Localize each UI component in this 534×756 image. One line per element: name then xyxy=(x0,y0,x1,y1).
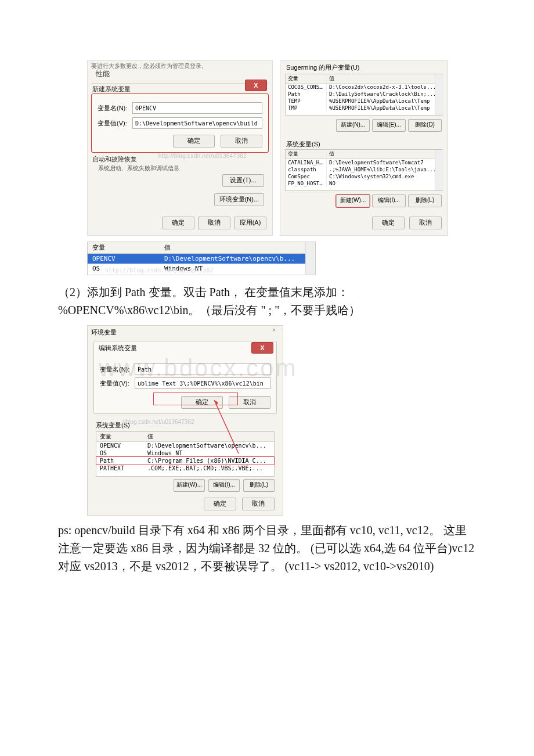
variable-name-label: 变量名(N): xyxy=(100,365,135,374)
cancel-button[interactable]: 取消 xyxy=(409,217,442,229)
column-value: 值 xyxy=(327,74,442,83)
list-item[interactable]: OPENCVD:\DevelopmentSoftware\opencv\b... xyxy=(96,442,274,449)
variable-name-input[interactable] xyxy=(132,102,262,114)
system-variables-title: 系统变量(S) xyxy=(96,421,130,430)
variable-name-label: 变量名(N): xyxy=(98,104,132,113)
list-item[interactable]: TEMP%USERPROFILE%\AppData\Local\Temp xyxy=(286,98,442,105)
close-icon[interactable]: X xyxy=(252,343,273,353)
system-variables-strip: 变量 值 OPENCVD:\DevelopmentSoftware\opencv… xyxy=(87,242,316,275)
edit-button[interactable]: 编辑(E)... xyxy=(372,119,406,132)
system-variables-list[interactable]: 变量 值 CATALINA_HOMED:\DevelopmentSoftware… xyxy=(285,149,443,191)
variable-value-input[interactable] xyxy=(135,377,270,389)
watermark-text: http://blog.csdn.net/u013647382 xyxy=(158,153,247,159)
variable-value-label: 变量值(V): xyxy=(100,379,135,388)
column-variable: 变量 xyxy=(286,150,327,159)
column-variable: 变量 xyxy=(88,242,160,253)
scrollbar[interactable] xyxy=(305,242,315,275)
scrollbar[interactable] xyxy=(435,150,443,190)
column-value: 值 xyxy=(327,150,442,159)
screenshot-edit-path: 环境变量 × 编辑系统变量 X 变量名(N): 变量值(V): 确定 取消 系统… xyxy=(87,325,283,516)
article-paragraph: ps: opencv/build 目录下有 x64 和 x86 两个目录，里面都… xyxy=(58,521,476,575)
cancel-button[interactable]: 取消 xyxy=(242,498,275,510)
list-item-highlighted[interactable]: PathC:\Program Files (x86)\NVIDIA C... xyxy=(96,457,274,465)
watermark-text: http://blog.csdn.net/u013647382 xyxy=(105,267,214,273)
user-variables-list[interactable]: 变量 值 COCOS_CONSOL...D:\Cocos2dx\cocos2d-… xyxy=(285,74,443,116)
environment-variables-button[interactable]: 环境变量(N)... xyxy=(214,193,264,206)
user-variables-title: Sugerming 的用户变量(U) xyxy=(286,63,360,72)
cancel-button[interactable]: 取消 xyxy=(221,135,262,147)
new-button[interactable]: 新建(N)... xyxy=(336,119,370,132)
env-dialog-title: 环境变量 xyxy=(91,328,117,337)
startup-recovery-label: 启动和故障恢复 xyxy=(92,155,137,164)
environment-variables-dialog: Sugerming 的用户变量(U) 变量 值 COCOS_CONSOL...D… xyxy=(280,60,448,236)
edit-button[interactable]: 编辑(I)... xyxy=(208,479,240,492)
scrollbar[interactable] xyxy=(435,74,443,115)
list-item[interactable]: PathD:\DailySoftware\Cracklock\Bin;... xyxy=(286,91,442,98)
column-value: 值 xyxy=(160,242,315,253)
startup-recovery-sub: 系统启动、系统失败和调试信息 xyxy=(98,164,179,172)
cancel-button[interactable]: 取消 xyxy=(229,396,270,409)
close-icon[interactable]: × xyxy=(269,327,279,335)
list-item[interactable]: OSWindows_NT xyxy=(96,449,274,457)
list-item[interactable]: COCOS_CONSOL...D:\Cocos2dx\cocos2d-x-3.1… xyxy=(286,84,442,91)
ok-button[interactable]: 确定 xyxy=(162,217,194,229)
new-button[interactable]: 新建(W)... xyxy=(336,195,370,207)
list-item[interactable]: PATHEXT.COM;.EXE;.BAT;.CMD;.VBS;.VBE;... xyxy=(96,465,274,472)
ok-button[interactable]: 确定 xyxy=(204,498,236,510)
ok-button[interactable]: 确定 xyxy=(372,217,405,229)
system-variables-title: 系统变量(S) xyxy=(286,140,320,149)
list-item[interactable]: ComSpecC:\Windows\system32\cmd.exe xyxy=(286,173,442,180)
delete-button[interactable]: 删除(D) xyxy=(408,119,442,132)
list-item[interactable]: TMP%USERPROFILE%\AppData\Local\Temp xyxy=(286,105,442,111)
performance-label: 性能 xyxy=(96,69,110,79)
article-paragraph: （2）添加到 Path 变量。双击 Path， 在变量值末尾添加：%OPENCV… xyxy=(58,283,476,319)
edit-button[interactable]: 编辑(I)... xyxy=(372,195,406,207)
variable-value-label: 变量值(V): xyxy=(98,119,132,128)
screenshot-system-properties: 要进行大多数更改，您必须作为管理员登录。 性能 新建系统变量 X 变量名(N):… xyxy=(87,60,447,237)
settings-button[interactable]: 设置(T)... xyxy=(222,174,264,187)
edit-variable-title: 编辑系统变量 xyxy=(99,344,137,352)
close-icon[interactable]: X xyxy=(246,80,266,91)
list-item[interactable]: CATALINA_HOMED:\DevelopmentSoftware\Tomc… xyxy=(286,159,442,166)
system-variables-list[interactable]: 变量 值 OPENCVD:\DevelopmentSoftware\opencv… xyxy=(96,431,275,477)
apply-button[interactable]: 应用(A) xyxy=(234,217,266,229)
delete-button[interactable]: 删除(L) xyxy=(408,195,442,207)
delete-button[interactable]: 删除(L) xyxy=(243,479,275,492)
column-variable: 变量 xyxy=(96,432,144,441)
new-button[interactable]: 新建(W)... xyxy=(174,479,205,492)
cancel-button[interactable]: 取消 xyxy=(198,217,230,229)
column-variable: 变量 xyxy=(286,74,327,83)
list-item[interactable]: classpath.;%JAVA_HOME%\lib;E:\Tools\java… xyxy=(286,166,442,173)
ok-button[interactable]: 确定 xyxy=(181,396,223,409)
new-variable-panel: 变量名(N): 变量值(V): 确定 取消 xyxy=(91,93,269,153)
list-item-selected[interactable]: OPENCVD:\DevelopmentSoftware\opencv\b... xyxy=(88,254,315,264)
variable-name-input[interactable] xyxy=(135,363,270,375)
system-properties-dialog: 要进行大多数更改，您必须作为管理员登录。 性能 新建系统变量 X 变量名(N):… xyxy=(87,60,273,236)
variable-value-input[interactable] xyxy=(132,117,262,129)
ok-button[interactable]: 确定 xyxy=(173,135,215,147)
watermark-text: //blog.csdn.net/u013647382 xyxy=(122,419,194,425)
edit-system-variable-dialog: 编辑系统变量 X 变量名(N): 变量值(V): 确定 取消 xyxy=(93,341,277,414)
list-item[interactable]: FP_NO_HOST_C.NO xyxy=(286,180,442,187)
column-value: 值 xyxy=(144,432,274,441)
